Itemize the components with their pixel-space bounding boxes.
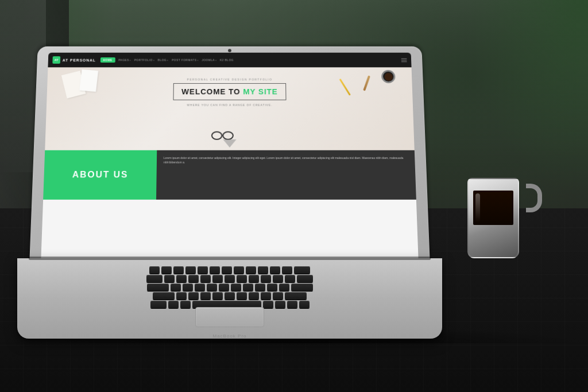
key xyxy=(188,293,199,300)
nav-item-pages[interactable]: PAGES ▾ xyxy=(118,59,131,61)
nav-item-post-formats[interactable]: POST FORMATS ▾ xyxy=(172,59,198,61)
nav-items: PAGES ▾ PORTFOLIO ▾ BLOG ▾ POST FORMAT xyxy=(118,59,234,61)
key-fn xyxy=(150,301,167,308)
key xyxy=(200,293,211,300)
key xyxy=(237,275,247,282)
hero-subtitle: PERSONAL CREATIVE DESIGN PORTFOLIO xyxy=(48,78,412,81)
trackpad[interactable] xyxy=(195,307,264,327)
hamburger-line xyxy=(401,60,407,60)
key-row-1 xyxy=(34,267,425,274)
key xyxy=(299,301,310,308)
key xyxy=(249,275,259,282)
about-title: ABOUT US xyxy=(72,170,129,180)
key xyxy=(255,284,265,291)
key xyxy=(185,267,196,274)
key xyxy=(195,284,205,291)
key-shift-right xyxy=(285,293,307,300)
key xyxy=(168,301,179,308)
key xyxy=(231,284,241,291)
hero-text-area: PERSONAL CREATIVE DESIGN PORTFOLIO WELCO… xyxy=(47,78,413,107)
nav-home-button[interactable]: HOME xyxy=(100,57,115,63)
webcam-dot xyxy=(228,49,231,52)
key xyxy=(225,293,235,300)
key xyxy=(176,275,187,282)
about-section: ABOUT US Lorem ipsum dolor sit amet, con… xyxy=(43,150,416,200)
key xyxy=(188,275,199,282)
deco-glasses xyxy=(211,131,234,139)
hero-section: PERSONAL CREATIVE DESIGN PORTFOLIO WELCO… xyxy=(45,67,415,150)
hamburger-line xyxy=(401,61,407,62)
key xyxy=(275,301,285,308)
scroll-arrow-icon xyxy=(223,139,236,148)
screen-bezel: AT AT PERSONAL HOME PAGES ▾ PORTFOLIO ▾ xyxy=(41,53,419,271)
hamburger-line xyxy=(401,58,407,59)
key-row-2 xyxy=(34,275,425,282)
nav-item-portfolio[interactable]: PORTFOLIO ▾ xyxy=(134,59,154,61)
laptop: AT AT PERSONAL HOME PAGES ▾ PORTFOLIO ▾ xyxy=(17,34,448,356)
nav-item-joomla[interactable]: JOOMLA ▾ xyxy=(202,59,216,61)
about-left-panel: ABOUT US xyxy=(43,150,157,200)
key xyxy=(237,293,247,300)
key xyxy=(282,267,292,274)
key xyxy=(246,267,256,274)
key xyxy=(219,284,229,291)
key xyxy=(207,284,217,291)
key xyxy=(234,267,244,274)
key xyxy=(183,284,193,291)
key xyxy=(261,275,271,282)
logo-icon-text: AT xyxy=(55,59,59,61)
keyboard-area: MacBook Pro xyxy=(17,258,442,339)
key xyxy=(261,293,271,300)
laptop-lid: AT AT PERSONAL HOME PAGES ▾ PORTFOLIO ▾ xyxy=(29,46,431,281)
about-right-panel: Lorem ipsum dolor sit amet, consectetur … xyxy=(156,150,416,200)
key-shift-left xyxy=(153,293,175,300)
key xyxy=(171,284,181,291)
key xyxy=(285,275,295,282)
site-logo: AT AT PERSONAL xyxy=(52,56,96,64)
screen-content: AT AT PERSONAL HOME PAGES ▾ PORTFOLIO ▾ xyxy=(41,53,419,271)
key-tab xyxy=(146,275,163,282)
key xyxy=(287,301,297,308)
key-enter-bottom xyxy=(291,284,313,291)
key xyxy=(149,267,160,274)
chevron-down-icon: ▾ xyxy=(153,59,154,61)
key xyxy=(212,275,223,282)
key xyxy=(176,293,187,300)
key xyxy=(270,267,280,274)
key xyxy=(273,293,283,300)
chevron-down-icon: ▾ xyxy=(215,59,216,61)
key-row-4 xyxy=(34,293,425,300)
coffee-mug xyxy=(462,161,531,258)
chevron-down-icon: ▾ xyxy=(130,59,131,61)
mug-reflection xyxy=(475,193,480,222)
hamburger-menu-icon[interactable] xyxy=(401,58,407,61)
laptop-base: MacBook Pro xyxy=(17,258,442,356)
key xyxy=(200,275,211,282)
logo-text: AT PERSONAL xyxy=(63,58,96,61)
key-backspace xyxy=(294,267,310,274)
key xyxy=(180,301,191,308)
chevron-down-icon: ▾ xyxy=(197,59,198,61)
key xyxy=(222,267,232,274)
key xyxy=(173,267,184,274)
mug-body xyxy=(467,178,519,258)
hero-title-part2: MY SITE xyxy=(243,87,278,96)
key xyxy=(263,301,273,308)
nav-item-k2blog[interactable]: K2 BLOG xyxy=(220,59,234,61)
key xyxy=(164,275,175,282)
key xyxy=(212,293,223,300)
hero-description: WHERE YOU CAN FIND A RANGE OF CREATIVE. xyxy=(47,103,413,107)
macbook-pro-label: MacBook Pro xyxy=(212,333,246,339)
nav-item-blog[interactable]: BLOG ▾ xyxy=(158,59,169,61)
key xyxy=(225,275,235,282)
hero-title-part1: WELCOME TO xyxy=(181,87,243,96)
site-navbar: AT AT PERSONAL HOME PAGES ▾ PORTFOLIO ▾ xyxy=(48,53,411,68)
key xyxy=(267,284,277,291)
key xyxy=(198,267,208,274)
key-caps xyxy=(147,284,169,291)
hero-title: WELCOME TO MY SITE xyxy=(181,87,278,96)
key-enter-top xyxy=(297,275,313,282)
key xyxy=(273,275,283,282)
keyboard-keys xyxy=(34,267,425,313)
chevron-down-icon: ▾ xyxy=(167,59,168,61)
